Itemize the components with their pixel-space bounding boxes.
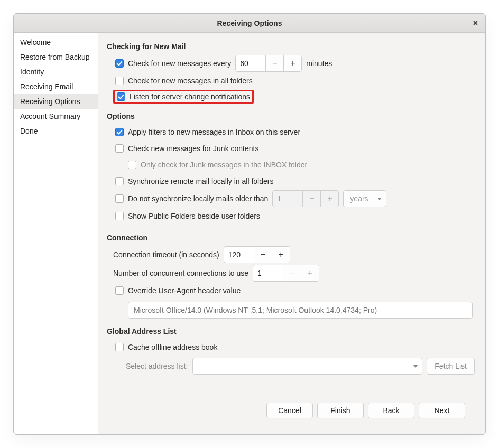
row-ua-input (128, 300, 473, 319)
checkbox-apply-filters[interactable] (115, 128, 124, 136)
spin-nosync-older: − + (272, 190, 339, 207)
spin-minus-timeout[interactable]: − (254, 247, 272, 263)
content-pane: Checking for New Mail Check for new mess… (98, 33, 485, 434)
label-apply-filters: Apply filters to new messages in Inbox o… (128, 128, 300, 136)
highlighted-listen-row: Listen for server change notifications (113, 90, 254, 104)
chevron-down-icon (413, 365, 418, 368)
window-title: Receiving Options (217, 19, 282, 27)
sidebar: Welcome Restore from Backup Identity Rec… (14, 33, 98, 434)
combo-address-list[interactable] (192, 358, 423, 375)
label-concurrent: Number of concurrent connections to use (113, 269, 248, 277)
section-checking: Checking for New Mail Check for new mess… (107, 41, 475, 104)
spin-check-every: − + (235, 55, 302, 72)
spin-concurrent: − + (253, 265, 319, 282)
label-select-list: Select address list: (126, 362, 188, 370)
row-public-folders: Show Public Folders beside user folders (115, 209, 475, 223)
dialog-window: Receiving Options × Welcome Restore from… (13, 13, 486, 435)
dialog-body: Welcome Restore from Backup Identity Rec… (14, 33, 485, 434)
label-all-folders: Check for new messages in all folders (128, 77, 253, 85)
label-check-every: Check for new messages every (128, 59, 231, 68)
checkbox-junk[interactable] (115, 144, 124, 153)
row-select-list: Select address list: Fetch List (126, 358, 475, 375)
spin-plus-concurrent[interactable]: + (301, 265, 319, 281)
sidebar-item-done[interactable]: Done (14, 124, 98, 138)
section-gal: Global Address List Cache offline addres… (107, 326, 475, 377)
row-cache-oab: Cache offline address book (115, 340, 475, 354)
input-user-agent (128, 302, 473, 319)
input-check-every[interactable] (236, 55, 265, 71)
label-cache-oab: Cache offline address book (128, 343, 217, 351)
finish-button[interactable]: Finish (317, 403, 364, 418)
spin-timeout: − + (224, 246, 290, 263)
checkbox-public-folders[interactable] (115, 212, 124, 220)
spin-minus-check-every[interactable]: − (265, 55, 283, 71)
row-all-folders: Check for new messages in all folders (115, 73, 475, 88)
spin-plus-check-every[interactable]: + (283, 55, 301, 71)
checkbox-junk-inbox[interactable] (128, 161, 136, 169)
label-listen: Listen for server change notifications (130, 92, 250, 101)
sidebar-item-receiving-options[interactable]: Receiving Options (14, 94, 98, 109)
section-options: Options Apply filters to new messages in… (107, 111, 475, 225)
footer-buttons: Cancel Finish Back Next (107, 395, 475, 428)
row-sync-all: Synchronize remote mail locally in all f… (115, 174, 475, 189)
row-timeout: Connection timeout (in seconds) − + (113, 246, 475, 263)
label-timeout: Connection timeout (in seconds) (113, 250, 219, 259)
row-nosync-older: Do not synchronize locally mails older t… (115, 190, 475, 207)
row-junk: Check new messages for Junk contents (115, 141, 475, 156)
heading-checking: Checking for New Mail (107, 42, 475, 51)
section-connection: Connection Connection timeout (in second… (107, 232, 475, 319)
checkbox-check-every[interactable] (115, 59, 124, 68)
checkbox-nosync-older[interactable] (115, 194, 124, 203)
checkbox-cache-oab[interactable] (115, 343, 124, 351)
input-timeout[interactable] (224, 247, 254, 263)
back-button[interactable]: Back (368, 403, 414, 418)
row-concurrent: Number of concurrent connections to use … (113, 265, 475, 282)
fetch-list-button[interactable]: Fetch List (427, 358, 475, 375)
close-icon[interactable]: × (471, 14, 480, 33)
row-check-every: Check for new messages every − + minutes (115, 55, 475, 72)
combo-nosync-unit: years (343, 190, 386, 207)
chevron-down-icon (377, 198, 382, 200)
checkbox-override-ua[interactable] (115, 286, 124, 295)
label-sync-all: Synchronize remote mail locally in all f… (128, 177, 273, 185)
spin-plus-nosync: + (320, 191, 338, 207)
row-junk-inbox: Only check for Junk messages in the INBO… (128, 157, 475, 172)
sidebar-item-account-summary[interactable]: Account Summary (14, 109, 98, 124)
spin-plus-timeout[interactable]: + (272, 247, 290, 263)
spin-minus-nosync: − (302, 191, 320, 207)
heading-options: Options (107, 112, 475, 120)
combo-nosync-value: years (350, 194, 368, 203)
label-minutes: minutes (306, 59, 332, 68)
label-nosync-older: Do not synchronize locally mails older t… (128, 194, 268, 203)
checkbox-listen[interactable] (117, 92, 125, 101)
sidebar-item-welcome[interactable]: Welcome (14, 35, 98, 50)
input-nosync-older (273, 191, 302, 207)
sidebar-item-identity[interactable]: Identity (14, 64, 98, 79)
row-override-ua: Override User-Agent header value (115, 283, 475, 298)
checkbox-all-folders[interactable] (115, 77, 124, 85)
row-apply-filters: Apply filters to new messages in Inbox o… (115, 125, 475, 139)
titlebar: Receiving Options × (14, 14, 485, 33)
input-concurrent[interactable] (253, 265, 283, 281)
sidebar-item-restore-backup[interactable]: Restore from Backup (14, 50, 98, 64)
next-button[interactable]: Next (419, 403, 465, 418)
label-override-ua: Override User-Agent header value (128, 286, 241, 295)
cancel-button[interactable]: Cancel (266, 403, 313, 418)
heading-connection: Connection (107, 234, 475, 242)
label-junk-inbox: Only check for Junk messages in the INBO… (141, 161, 307, 169)
label-junk: Check new messages for Junk contents (128, 144, 258, 153)
sidebar-item-receiving-email[interactable]: Receiving Email (14, 79, 98, 94)
checkbox-sync-all[interactable] (115, 177, 124, 185)
label-public-folders: Show Public Folders beside user folders (128, 212, 260, 220)
spin-minus-concurrent: − (283, 265, 301, 281)
heading-gal: Global Address List (107, 327, 475, 335)
